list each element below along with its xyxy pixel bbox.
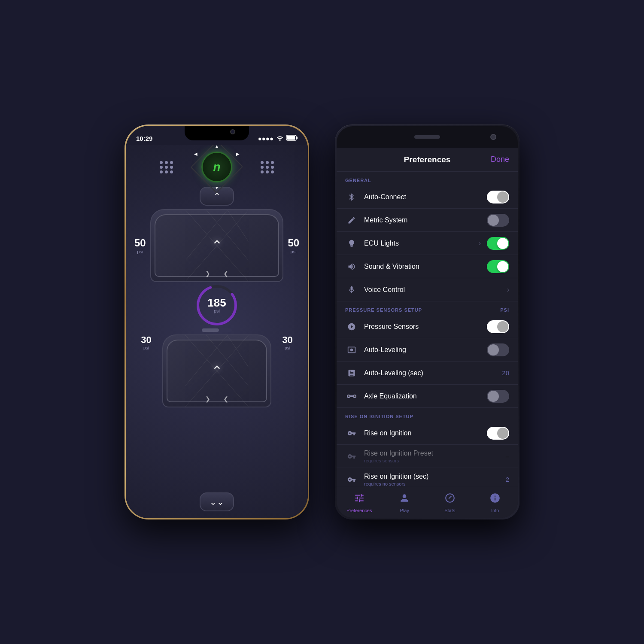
row-sound-vibration[interactable]: Sound & Vibration — [337, 255, 518, 278]
auto-connect-toggle[interactable] — [487, 191, 509, 204]
svg-point-18 — [348, 395, 349, 397]
key-icon3 — [345, 473, 358, 486]
gauge-icon — [444, 492, 456, 506]
row-auto-connect[interactable]: Auto-Connect — [337, 185, 518, 209]
voice-control-chevron: › — [507, 286, 509, 294]
ecu-lights-chevron: › — [479, 240, 481, 247]
status-icons: ●●●● — [258, 135, 298, 142]
settings-list: GENERAL Auto-Connect Metric — [337, 172, 518, 487]
axle-equalization-label: Axle Equalization — [364, 392, 481, 400]
nav-left — [134, 161, 198, 173]
axle-equalization-toggle[interactable] — [487, 390, 509, 403]
auto-leveling-toggle[interactable] — [487, 343, 509, 356]
auto-leveling-sec-value: 20 — [502, 369, 509, 377]
row-axle-equalization[interactable]: Axle Equalization — [337, 385, 518, 408]
row-auto-leveling[interactable]: Auto-Leveling — [337, 338, 518, 361]
rise-ignition-toggle[interactable] — [487, 427, 509, 440]
section-header-pressure: PRESSURE SENSORS SETUP PSI — [337, 301, 518, 315]
sensor-icon — [345, 320, 358, 333]
voice-control-label: Voice Control — [364, 286, 501, 294]
tab-info-label: Info — [491, 508, 499, 513]
app-content: n ▲ ▼ ◀ ▶ — [126, 145, 308, 518]
bluetooth-icon — [345, 191, 358, 204]
tab-info[interactable]: Info — [473, 492, 518, 513]
signal-icon: ●●●● — [258, 135, 273, 142]
rise-ignition-label: Rise on Ignition — [364, 429, 481, 437]
bottom-air-bag[interactable]: ⌃ ❯ ❯ — [162, 334, 271, 407]
auto-leveling-sec-label: Auto-Leveling (sec) — [364, 369, 496, 377]
tab-play[interactable]: Play — [382, 492, 428, 513]
android-top-bar — [337, 126, 518, 148]
sound-vibration-toggle[interactable] — [487, 260, 509, 273]
rise-preset-value: – — [506, 453, 509, 460]
mic-icon — [345, 283, 358, 296]
info-icon — [489, 492, 501, 506]
row-rise-ignition-sec[interactable]: Rise on Ignition (sec) requires no senso… — [337, 468, 518, 487]
ecu-lights-label: ECU Lights — [364, 240, 473, 247]
svg-point-19 — [354, 395, 355, 397]
tab-stats-label: Stats — [444, 508, 455, 513]
battery-icon — [286, 135, 298, 142]
key-icon2 — [345, 450, 358, 463]
right-phone-frame: Preferences Done GENERAL Auto-Connect — [335, 125, 519, 519]
section-header-general: GENERAL — [337, 172, 518, 185]
level-icon2 — [345, 367, 358, 380]
ecu-lights-toggle[interactable] — [487, 237, 509, 250]
speaker-icon — [345, 260, 358, 273]
sound-vibration-label: Sound & Vibration — [364, 263, 481, 270]
svg-rect-2 — [287, 136, 295, 140]
iphone-camera — [230, 129, 235, 134]
tab-preferences[interactable]: Preferences — [337, 492, 382, 513]
row-pressure-sensors[interactable]: Pressure Sensors — [337, 315, 518, 338]
svg-rect-1 — [296, 137, 298, 139]
tab-stats[interactable]: Stats — [427, 492, 473, 513]
pressure-sensors-label: Pressure Sensors — [364, 323, 481, 331]
wifi-icon — [276, 135, 284, 142]
down-arrow-btn[interactable]: ⌄⌄ — [200, 492, 234, 511]
svg-line-5 — [227, 210, 248, 241]
tab-preferences-label: Preferences — [346, 508, 372, 513]
svg-line-12 — [227, 335, 248, 367]
bottom-left-pressure: 30 psi — [141, 334, 151, 350]
pressure-sensors-toggle[interactable] — [487, 320, 509, 333]
section-header-ignition: RISE ON IGNITION SETUP — [337, 408, 518, 422]
top-right-pressure: 50 psi — [288, 237, 299, 254]
android-speaker — [414, 135, 440, 139]
auto-leveling-label: Auto-Leveling — [364, 346, 481, 354]
status-time: 10:29 — [136, 135, 152, 142]
axle-icon — [345, 390, 358, 403]
tab-play-label: Play — [400, 508, 409, 513]
rise-sec-value: 2 — [506, 476, 509, 483]
top-air-bag[interactable]: ⌃ ❯ ❯ — [150, 209, 284, 282]
row-ecu-lights[interactable]: ECU Lights › — [337, 232, 518, 255]
preferences-header: Preferences Done — [337, 148, 518, 172]
iphone-notch — [185, 126, 249, 140]
key-icon — [345, 427, 358, 440]
bottom-right-pressure: 30 psi — [282, 334, 292, 350]
sliders-icon — [354, 492, 365, 506]
row-rise-ignition[interactable]: Rise on Ignition — [337, 422, 518, 445]
done-button[interactable]: Done — [491, 155, 509, 164]
top-left-pressure: 50 psi — [134, 237, 146, 254]
iphone-inner: 10:29 ●●●● — [126, 126, 308, 518]
bulb-icon — [345, 237, 358, 250]
auto-connect-label: Auto-Connect — [364, 193, 481, 201]
row-auto-leveling-sec[interactable]: Auto-Leveling (sec) 20 — [337, 361, 518, 385]
row-metric-system[interactable]: Metric System — [337, 209, 518, 232]
nav-right — [235, 161, 299, 173]
main-gauge: 185 psi — [195, 284, 238, 327]
row-rise-ignition-preset: Rise on Ignition Preset requires sensors… — [337, 445, 518, 468]
metric-system-label: Metric System — [364, 216, 481, 224]
level-icon — [345, 343, 358, 356]
tab-bar: Preferences Play Stats — [337, 487, 518, 518]
pencil-icon — [345, 214, 358, 227]
preferences-title: Preferences — [404, 155, 451, 164]
android-content: Preferences Done GENERAL Auto-Connect — [337, 148, 518, 518]
person-icon — [399, 492, 410, 506]
left-phone-frame: 10:29 ●●●● — [125, 125, 309, 519]
android-camera — [490, 134, 496, 140]
row-voice-control[interactable]: Voice Control › — [337, 278, 518, 301]
metric-system-toggle[interactable] — [487, 214, 509, 227]
android-inner: Preferences Done GENERAL Auto-Connect — [337, 126, 518, 518]
